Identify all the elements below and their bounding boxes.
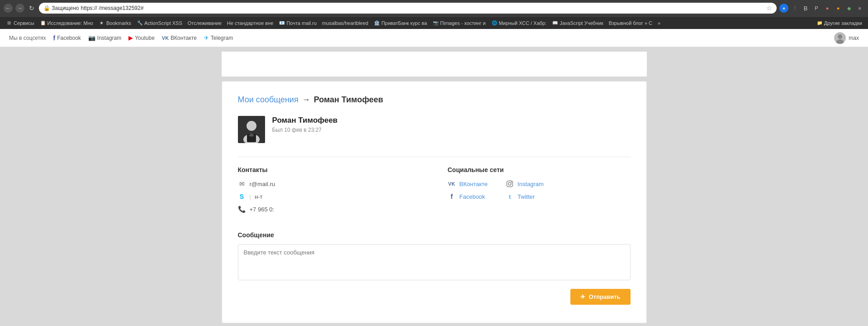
contact-email-value: r@mail.ru: [250, 181, 275, 187]
bm-musalbas[interactable]: musalbas/heartbleed: [320, 19, 370, 27]
bm-timages[interactable]: 📷 Пimages - хостинг и: [430, 19, 488, 27]
telegram-icon: ✈: [204, 34, 209, 41]
social-link-telegram-label: Telegram: [211, 35, 233, 41]
bm-privatbank[interactable]: 🏦 ПриватБанк курс ва: [371, 19, 429, 27]
browser-ext-4[interactable]: ●: [834, 4, 843, 13]
bm-mrniy[interactable]: 🌐 Мирный ХСС / Хабр:: [489, 19, 549, 27]
social-instagram[interactable]: Instagram: [506, 180, 544, 188]
social-vkontakte-label: ВКонтакте: [460, 181, 488, 187]
bm-mrniy-label: Мирный ХСС / Хабр:: [499, 20, 547, 26]
bm-other-label: Другие закладки: [824, 20, 862, 26]
social-instagram-label: Instagram: [517, 181, 544, 187]
bm-other[interactable]: 📁 Другие закладки: [814, 19, 864, 27]
svg-point-1: [838, 34, 842, 39]
social-link-telegram[interactable]: ✈ Telegram: [204, 34, 233, 41]
forward-button[interactable]: →: [15, 4, 24, 13]
message-input[interactable]: [238, 244, 631, 280]
contact-skype-value: н-т: [255, 193, 262, 200]
social-link-vkontakte[interactable]: VK ВКонтакте: [162, 35, 197, 41]
social-left-col: VK ВКонтакте f Facebook: [448, 180, 488, 205]
browser-user-icon[interactable]: ●: [779, 4, 788, 13]
more-label: »: [658, 20, 660, 26]
social-vkontakte[interactable]: VK ВКонтакте: [448, 180, 488, 188]
bookmarks-bar: ⊞ Сервисы 📋 Исследование: Мно ★ Bookmark…: [0, 16, 868, 29]
top-social-bar: Мы в соцсетях f Facebook 📷 Instagram ▶ Y…: [0, 29, 868, 47]
browser-chrome: ← → ↻ 🔒 Защищено https:// /message132592…: [0, 0, 868, 29]
browser-ext-5[interactable]: ◆: [844, 4, 854, 13]
breadcrumb-parent-link[interactable]: Мои сообщения: [238, 95, 299, 105]
bm-research-label: Исследование: Мно: [47, 20, 93, 26]
social-link-instagram-label: Instagram: [97, 35, 121, 41]
browser-ext-2[interactable]: P: [812, 4, 821, 13]
browser-menu-icon[interactable]: ⋮: [790, 4, 799, 13]
social-link-instagram[interactable]: 📷 Instagram: [88, 34, 121, 41]
vk-contact-icon: VK: [448, 180, 456, 188]
message-title: Сообщение: [238, 231, 631, 239]
send-button[interactable]: ✈ Отправить: [570, 289, 631, 305]
bm-services[interactable]: ⊞ Сервисы: [4, 19, 37, 27]
section-divider: [238, 157, 631, 157]
main-content: Мои сообщения → Роман Тимофеев Роман Тим…: [222, 81, 647, 323]
services-icon: ⊞: [6, 20, 12, 26]
browser-ext-3[interactable]: ●: [823, 4, 832, 13]
send-icon: ✈: [580, 293, 585, 300]
browser-right-icons: ● ⋮ B P ● ● ◆ ≡: [779, 4, 864, 13]
back-button[interactable]: ←: [4, 4, 13, 13]
bm-vzryvnoy[interactable]: Взрывной блог » С: [607, 19, 655, 27]
bm-actionscript[interactable]: 🔧 ActionScript XSS: [134, 19, 185, 27]
breadcrumb: Мои сообщения → Роман Тимофеев: [238, 95, 631, 105]
profile-section: Роман Тимофеев Был 10 фев в 23:27: [238, 116, 631, 143]
bm-more[interactable]: »: [655, 19, 663, 27]
user-area[interactable]: max: [834, 32, 859, 44]
facebook-icon: f: [53, 34, 55, 42]
tw-contact-icon: t: [506, 192, 514, 201]
profile-info: Роман Тимофеев Был 10 фев в 23:27: [272, 116, 338, 133]
bm-privatbank-label: ПриватБанк курс ва: [381, 20, 427, 26]
browser-ext-1[interactable]: B: [801, 4, 810, 13]
mailru-icon: 📧: [279, 20, 285, 26]
social-right-col: Instagram t Twitter: [506, 180, 544, 205]
message-section: Сообщение: [238, 231, 631, 282]
social-links: Мы в соцсетях f Facebook 📷 Instagram ▶ Y…: [9, 34, 233, 42]
bm-nonstandard[interactable]: Не стандартное вне: [225, 19, 276, 27]
social-link-youtube[interactable]: ▶ Youtube: [128, 34, 155, 41]
research-icon: 📋: [40, 20, 46, 26]
bm-vzryvnoy-label: Взрывной блог » С: [609, 20, 652, 26]
social-bar-label: Мы в соцсетях: [9, 35, 46, 41]
social-facebook[interactable]: f Facebook: [448, 192, 488, 201]
contact-phone: 📞 +7 965 0:: [238, 205, 421, 213]
profile-last-seen: Был 10 фев в 23:27: [272, 127, 338, 133]
bm-research[interactable]: 📋 Исследование: Мно: [38, 19, 95, 27]
social-facebook-label: Facebook: [460, 193, 485, 200]
social-twitter-label: Twitter: [517, 193, 535, 200]
bm-mailru[interactable]: 📧 Почта mail.ru: [276, 19, 319, 27]
social-networks-column: Социальные сети VK ВКонтакте f Facebook: [448, 166, 631, 218]
bm-bookmarks-label: Bookmarks: [106, 20, 131, 26]
bm-tracking[interactable]: Отслеживание: [185, 19, 224, 27]
social-link-facebook[interactable]: f Facebook: [53, 34, 81, 42]
js-tutorial-icon: 📖: [552, 20, 558, 26]
bm-actionscript-label: ActionScript XSS: [144, 20, 182, 26]
contact-phone-value: +7 965 0:: [250, 206, 275, 213]
mrniy-icon: 🌐: [491, 20, 498, 26]
social-link-vkontakte-label: ВКонтакте: [171, 35, 197, 41]
phone-icon: 📞: [238, 205, 246, 213]
bm-timages-label: Пimages - хостинг и: [440, 20, 486, 26]
email-icon: ✉: [238, 180, 246, 188]
contacts-grid: Контакты ✉ r@mail.ru S | н-т 📞 +7 965 0:…: [238, 166, 631, 218]
breadcrumb-current: Роман Тимофеев: [314, 95, 383, 105]
star-icon: ★: [99, 20, 105, 26]
bm-bookmarks[interactable]: ★ Bookmarks: [96, 19, 133, 27]
bm-services-label: Сервисы: [14, 20, 34, 26]
social-twitter[interactable]: t Twitter: [506, 192, 544, 201]
social-networks-title: Социальные сети: [448, 166, 631, 173]
send-button-label: Отправить: [589, 293, 621, 300]
contacts-title: Контакты: [238, 166, 421, 173]
lock-icon: 🔒 Защищено: [43, 5, 79, 11]
browser-ext-6[interactable]: ≡: [855, 4, 864, 13]
url-bar[interactable]: 🔒 Защищено https:// /message132592# ☆: [39, 3, 777, 14]
bookmark-star-icon[interactable]: ☆: [766, 5, 772, 12]
bm-js-tutorial[interactable]: 📖 JavaScript Учебник: [550, 19, 605, 27]
refresh-button[interactable]: ↻: [27, 4, 36, 13]
bm-tracking-label: Отслеживание: [188, 20, 222, 26]
